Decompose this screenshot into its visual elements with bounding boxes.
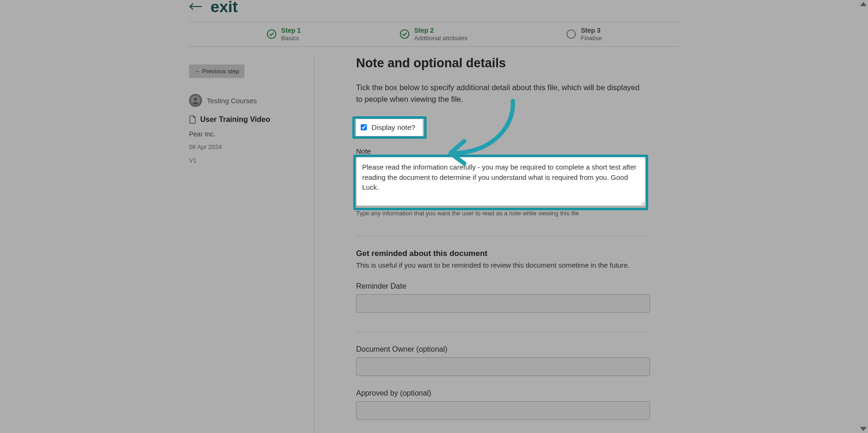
approved-by-input[interactable]	[356, 401, 650, 420]
avatar	[189, 94, 202, 107]
document-date: 08 Apr 2024	[189, 143, 304, 150]
document-version: V1	[189, 157, 304, 164]
document-icon	[189, 115, 196, 124]
sidebar: ← Previous step Testing Courses User Tra…	[189, 56, 314, 433]
document-title: User Training Video	[200, 115, 270, 124]
display-note-label: Display note?	[371, 123, 415, 132]
reminder-date-input[interactable]	[356, 294, 650, 313]
stepper: Step 1 Basics Step 2 Additional attribut…	[189, 21, 679, 47]
step-2-sub: Additional attributes	[414, 35, 468, 42]
note-label: Note	[356, 147, 673, 155]
step-1-sub: Basics	[281, 35, 301, 42]
organisation-name: Pear Inc.	[189, 130, 304, 138]
page-title: Note and optional details	[356, 56, 673, 71]
divider	[356, 235, 650, 236]
svg-point-3	[194, 98, 197, 101]
note-helper-text: Type any information that you want the u…	[356, 210, 673, 217]
display-note-checkbox[interactable]	[361, 124, 367, 130]
form-column: Note and optional details Tick the box b…	[314, 56, 679, 433]
step-3-title: Step 3	[581, 27, 602, 35]
scroll-up-icon[interactable]	[860, 2, 867, 6]
document-owner-input[interactable]	[356, 357, 650, 376]
reminder-heading: Get reminded about this document	[356, 249, 673, 258]
previous-step-button[interactable]: ← Previous step	[189, 64, 245, 78]
step-1-title: Step 1	[281, 27, 301, 35]
exit-link[interactable]: exit	[210, 0, 238, 16]
scroll-down-icon[interactable]	[860, 427, 867, 431]
step-1[interactable]: Step 1 Basics	[266, 27, 301, 42]
reminder-date-label: Reminder Date	[356, 282, 673, 291]
author-name: Testing Courses	[207, 97, 257, 105]
step-3[interactable]: Step 3 Finalise	[566, 27, 602, 42]
step-2-title: Step 2	[414, 27, 468, 35]
divider	[356, 332, 650, 332]
note-textarea[interactable]	[356, 157, 645, 206]
display-note-checkbox-wrap[interactable]: Display note?	[356, 119, 423, 136]
back-arrow-icon[interactable]	[189, 2, 202, 11]
check-circle-icon	[399, 29, 410, 39]
check-circle-icon	[266, 29, 277, 39]
step-3-sub: Finalise	[581, 35, 602, 42]
circle-open-icon	[566, 29, 576, 39]
approved-by-label: Approved by (optional)	[356, 389, 673, 398]
step-2[interactable]: Step 2 Additional attributes	[399, 27, 468, 42]
reminder-description: This is useful if you want to be reminde…	[356, 261, 673, 269]
document-owner-label: Document Owner (optional)	[356, 345, 673, 354]
section-description: Tick the box below to specify additional…	[356, 82, 641, 105]
